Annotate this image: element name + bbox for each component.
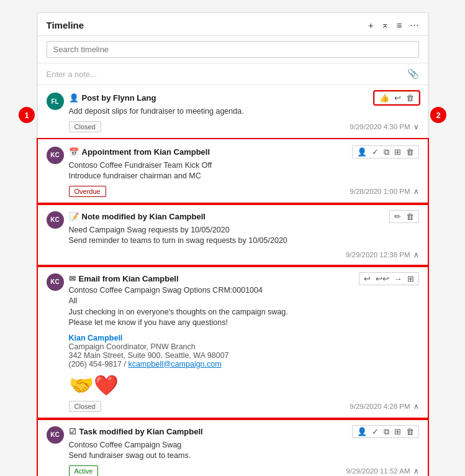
post-expand-chevron[interactable]: ∨	[413, 122, 419, 131]
note-row: KC 📝 Note modified by Kian Campbell ✏ 🗑	[47, 210, 419, 259]
assign-task-button[interactable]: 👤	[357, 428, 367, 436]
post-actions: 👍 ↩ 🗑	[374, 91, 419, 104]
timeline-items: FL 👤 Post by Flynn Lang 👍 ↩ 🗑	[38, 85, 428, 476]
task-title-row: ☑ Task modified by Kian Campbell 👤 ✓ ⧉ ⊞…	[69, 425, 419, 438]
reply-button[interactable]: ↩	[394, 94, 401, 102]
email-badge: Closed	[69, 401, 101, 412]
appointment-title: 📅 Appointment from Kian Campbell	[69, 147, 210, 157]
appointment-expand-chevron[interactable]: ∧	[413, 187, 419, 196]
note-datetime: 9/29/2020 12:38 PM ∧	[346, 250, 419, 259]
appointment-datetime: 9/28/2020 1:00 PM ∧	[350, 187, 418, 196]
outer-container: 1 2 Timeline + ⌅ ≡ ⋯ Enter a note... 📎	[12, 12, 453, 476]
complete-button[interactable]: ✓	[372, 148, 379, 156]
appointment-row: KC 📅 Appointment from Kian Campbell 👤 ✓ …	[47, 145, 419, 197]
note-bar: Enter a note... 📎	[38, 63, 428, 85]
panel-title: Timeline	[47, 20, 368, 30]
appointment-icon: 📅	[69, 147, 79, 157]
email-datetime: 9/29/2020 4:28 PM ∧	[350, 402, 418, 411]
task-badge: Active	[69, 465, 99, 477]
sig-email-link[interactable]: kcampbell@campaign.com	[128, 360, 221, 368]
sig-phone: (206) 454-9817 / kcampbell@campaign.com	[69, 360, 419, 368]
delete-button-note[interactable]: 🗑	[406, 213, 414, 221]
sort-icon[interactable]: ≡	[397, 20, 402, 30]
header-icons: + ⌅ ≡ ⋯	[368, 19, 419, 30]
email-expand-chevron[interactable]: ∧	[413, 402, 419, 411]
appointment-badge: Overdue	[69, 186, 106, 197]
note-placeholder: Enter a note...	[47, 70, 97, 79]
email-actions: ↩ ↩↩ → ⊞	[359, 272, 419, 285]
sig-title: Campaign Coordinator, PNW Branch	[69, 342, 419, 351]
note-actions: ✏ 🗑	[389, 210, 419, 223]
assign-button[interactable]: 👤	[357, 148, 367, 156]
annotation-1: 1	[19, 107, 35, 123]
avatar-kc-note: KC	[47, 211, 64, 229]
like-button[interactable]: 👍	[379, 94, 389, 102]
post-icon: 👤	[69, 93, 79, 103]
note-icon: 📝	[69, 212, 79, 221]
timeline-item-post: FL 👤 Post by Flynn Lang 👍 ↩ 🗑	[38, 85, 428, 139]
clip-icon: 📎	[407, 68, 419, 80]
sig-name: Kian Campbell	[69, 334, 419, 342]
delete-button[interactable]: 🗑	[406, 94, 414, 102]
note-expand-chevron[interactable]: ∧	[413, 250, 419, 259]
task-footer: Active 9/29/2020 11:52 AM ∧	[69, 465, 419, 477]
post-row: FL 👤 Post by Flynn Lang 👍 ↩ 🗑	[47, 91, 419, 132]
post-datetime: 9/29/2020 4:30 PM ∨	[350, 122, 418, 131]
complete-task-button[interactable]: ✓	[372, 428, 379, 436]
annotation-2: 2	[430, 107, 446, 123]
task-icon: ☑	[69, 427, 76, 436]
delete-button-appt[interactable]: 🗑	[406, 148, 414, 156]
task-actions: 👤 ✓ ⧉ ⊞ 🗑	[352, 425, 419, 438]
email-footer: Closed 9/29/2020 4:28 PM ∧	[69, 401, 419, 412]
more-icon[interactable]: ⋯	[410, 19, 419, 30]
copy-task-button-1[interactable]: ⧉	[384, 428, 389, 436]
post-badge: Closed	[69, 121, 101, 132]
task-content: ☑ Task modified by Kian Campbell 👤 ✓ ⧉ ⊞…	[69, 425, 419, 477]
task-title: ☑ Task modified by Kian Campbell	[69, 427, 203, 436]
email-row: KC ✉ Email from Kian Campbell ↩ ↩↩ →	[47, 272, 419, 412]
panel-header: Timeline + ⌅ ≡ ⋯	[38, 13, 428, 36]
post-title: 👤 Post by Flynn Lang	[69, 93, 156, 103]
timeline-item-note: KC 📝 Note modified by Kian Campbell ✏ 🗑	[38, 204, 428, 266]
search-bar	[38, 36, 428, 63]
sig-address: 342 Main Street, Suite 900, Seattle, WA …	[69, 351, 419, 360]
filter-icon[interactable]: ⌅	[381, 19, 389, 30]
reply-all-button[interactable]: ↩↩	[376, 275, 389, 283]
note-footer: 9/29/2020 12:38 PM ∧	[69, 250, 419, 259]
delete-task-button[interactable]: 🗑	[406, 428, 414, 436]
timeline-item-task: KC ☑ Task modified by Kian Campbell 👤 ✓ …	[38, 419, 428, 477]
task-expand-chevron[interactable]: ∧	[413, 467, 419, 475]
add-icon[interactable]: +	[368, 20, 374, 30]
note-content: 📝 Note modified by Kian Campbell ✏ 🗑 Nee…	[69, 210, 419, 259]
copy-button-2[interactable]: ⊞	[394, 148, 401, 156]
email-icon: ✉	[69, 274, 76, 283]
copy-task-button-2[interactable]: ⊞	[394, 428, 401, 436]
post-footer: Closed 9/29/2020 4:30 PM ∨	[69, 121, 419, 132]
note-title: 📝 Note modified by Kian Campbell	[69, 212, 205, 221]
appointment-body: Contoso Coffee Fundraiser Team Kick Off …	[69, 160, 419, 182]
timeline-item-email: KC ✉ Email from Kian Campbell ↩ ↩↩ →	[38, 266, 428, 419]
email-content: ✉ Email from Kian Campbell ↩ ↩↩ → ⊞	[69, 272, 419, 412]
copy-button-1[interactable]: ⧉	[384, 148, 389, 156]
email-body: Contoso Coffee Campaign Swag Options CRM…	[69, 285, 419, 329]
avatar-kc-email: KC	[47, 273, 64, 291]
reply-email-button[interactable]: ↩	[364, 275, 371, 283]
copy-email-button[interactable]: ⊞	[407, 275, 414, 283]
avatar-kc-task: KC	[47, 426, 64, 444]
note-title-row: 📝 Note modified by Kian Campbell ✏ 🗑	[69, 210, 419, 223]
email-title: ✉ Email from Kian Campbell	[69, 274, 179, 283]
timeline-panel: Timeline + ⌅ ≡ ⋯ Enter a note... 📎 FL	[37, 12, 428, 476]
task-body: Contoso Coffee Campaign Swag Send fundra…	[69, 440, 419, 462]
appointment-title-row: 📅 Appointment from Kian Campbell 👤 ✓ ⧉ ⊞…	[69, 145, 419, 158]
task-row: KC ☑ Task modified by Kian Campbell 👤 ✓ …	[47, 425, 419, 477]
edit-button[interactable]: ✏	[394, 213, 401, 221]
appointment-footer: Overdue 9/28/2020 1:00 PM ∧	[69, 186, 419, 197]
email-title-row: ✉ Email from Kian Campbell ↩ ↩↩ → ⊞	[69, 272, 419, 285]
post-title-row: 👤 Post by Flynn Lang 👍 ↩ 🗑	[69, 91, 419, 104]
appointment-actions: 👤 ✓ ⧉ ⊞ 🗑	[352, 145, 419, 158]
post-content: 👤 Post by Flynn Lang 👍 ↩ 🗑 Add deposit s…	[69, 91, 419, 132]
search-input[interactable]	[47, 41, 419, 58]
timeline-item-appointment: KC 📅 Appointment from Kian Campbell 👤 ✓ …	[38, 139, 428, 204]
post-body: Add deposit slips for fundraiser to meet…	[69, 106, 419, 117]
forward-button[interactable]: →	[394, 275, 402, 283]
